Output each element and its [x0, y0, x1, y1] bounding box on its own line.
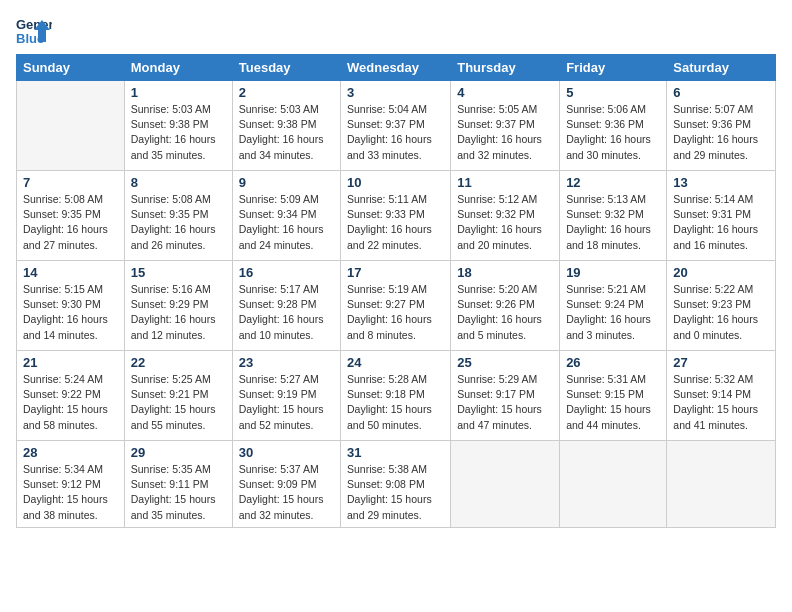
cell-date: 10 — [347, 175, 444, 190]
calendar-week-3: 14 Sunrise: 5:15 AM Sunset: 9:30 PM Dayl… — [17, 261, 776, 351]
cell-date: 13 — [673, 175, 769, 190]
cell-date: 2 — [239, 85, 334, 100]
table-row: 7 Sunrise: 5:08 AM Sunset: 9:35 PM Dayli… — [17, 171, 125, 261]
table-row: 30 Sunrise: 5:37 AM Sunset: 9:09 PM Dayl… — [232, 441, 340, 528]
table-row: 29 Sunrise: 5:35 AM Sunset: 9:11 PM Dayl… — [124, 441, 232, 528]
table-row: 24 Sunrise: 5:28 AM Sunset: 9:18 PM Dayl… — [341, 351, 451, 441]
table-row: 1 Sunrise: 5:03 AM Sunset: 9:38 PM Dayli… — [124, 81, 232, 171]
cell-info: Sunrise: 5:25 AM Sunset: 9:21 PM Dayligh… — [131, 372, 226, 433]
cell-date: 14 — [23, 265, 118, 280]
calendar-week-1: 1 Sunrise: 5:03 AM Sunset: 9:38 PM Dayli… — [17, 81, 776, 171]
cell-info: Sunrise: 5:24 AM Sunset: 9:22 PM Dayligh… — [23, 372, 118, 433]
table-row: 11 Sunrise: 5:12 AM Sunset: 9:32 PM Dayl… — [451, 171, 560, 261]
cell-info: Sunrise: 5:34 AM Sunset: 9:12 PM Dayligh… — [23, 462, 118, 523]
table-row: 23 Sunrise: 5:27 AM Sunset: 9:19 PM Dayl… — [232, 351, 340, 441]
cell-date: 9 — [239, 175, 334, 190]
cell-info: Sunrise: 5:37 AM Sunset: 9:09 PM Dayligh… — [239, 462, 334, 523]
calendar-week-2: 7 Sunrise: 5:08 AM Sunset: 9:35 PM Dayli… — [17, 171, 776, 261]
table-row: 27 Sunrise: 5:32 AM Sunset: 9:14 PM Dayl… — [667, 351, 776, 441]
logo-icon: General Blue — [16, 16, 52, 46]
table-row: 26 Sunrise: 5:31 AM Sunset: 9:15 PM Dayl… — [560, 351, 667, 441]
cell-info: Sunrise: 5:32 AM Sunset: 9:14 PM Dayligh… — [673, 372, 769, 433]
table-row: 15 Sunrise: 5:16 AM Sunset: 9:29 PM Dayl… — [124, 261, 232, 351]
calendar-table: SundayMondayTuesdayWednesdayThursdayFrid… — [16, 54, 776, 528]
cell-info: Sunrise: 5:11 AM Sunset: 9:33 PM Dayligh… — [347, 192, 444, 253]
cell-info: Sunrise: 5:15 AM Sunset: 9:30 PM Dayligh… — [23, 282, 118, 343]
calendar-body: 1 Sunrise: 5:03 AM Sunset: 9:38 PM Dayli… — [17, 81, 776, 528]
cell-date: 20 — [673, 265, 769, 280]
calendar-week-5: 28 Sunrise: 5:34 AM Sunset: 9:12 PM Dayl… — [17, 441, 776, 528]
logo: General Blue — [16, 16, 56, 46]
table-row: 19 Sunrise: 5:21 AM Sunset: 9:24 PM Dayl… — [560, 261, 667, 351]
cell-info: Sunrise: 5:05 AM Sunset: 9:37 PM Dayligh… — [457, 102, 553, 163]
day-header-thursday: Thursday — [451, 55, 560, 81]
cell-date: 26 — [566, 355, 660, 370]
cell-info: Sunrise: 5:35 AM Sunset: 9:11 PM Dayligh… — [131, 462, 226, 523]
cell-info: Sunrise: 5:12 AM Sunset: 9:32 PM Dayligh… — [457, 192, 553, 253]
cell-date: 28 — [23, 445, 118, 460]
table-row: 20 Sunrise: 5:22 AM Sunset: 9:23 PM Dayl… — [667, 261, 776, 351]
cell-info: Sunrise: 5:38 AM Sunset: 9:08 PM Dayligh… — [347, 462, 444, 523]
cell-date: 3 — [347, 85, 444, 100]
cell-date: 19 — [566, 265, 660, 280]
table-row: 28 Sunrise: 5:34 AM Sunset: 9:12 PM Dayl… — [17, 441, 125, 528]
day-header-friday: Friday — [560, 55, 667, 81]
cell-info: Sunrise: 5:03 AM Sunset: 9:38 PM Dayligh… — [239, 102, 334, 163]
cell-date: 15 — [131, 265, 226, 280]
cell-date: 22 — [131, 355, 226, 370]
cell-date: 8 — [131, 175, 226, 190]
cell-info: Sunrise: 5:16 AM Sunset: 9:29 PM Dayligh… — [131, 282, 226, 343]
cell-date: 12 — [566, 175, 660, 190]
cell-date: 7 — [23, 175, 118, 190]
table-row: 13 Sunrise: 5:14 AM Sunset: 9:31 PM Dayl… — [667, 171, 776, 261]
cell-info: Sunrise: 5:06 AM Sunset: 9:36 PM Dayligh… — [566, 102, 660, 163]
table-row: 16 Sunrise: 5:17 AM Sunset: 9:28 PM Dayl… — [232, 261, 340, 351]
day-header-row: SundayMondayTuesdayWednesdayThursdayFrid… — [17, 55, 776, 81]
cell-info: Sunrise: 5:14 AM Sunset: 9:31 PM Dayligh… — [673, 192, 769, 253]
cell-date: 29 — [131, 445, 226, 460]
day-header-saturday: Saturday — [667, 55, 776, 81]
table-row — [560, 441, 667, 528]
table-row: 2 Sunrise: 5:03 AM Sunset: 9:38 PM Dayli… — [232, 81, 340, 171]
table-row — [451, 441, 560, 528]
cell-info: Sunrise: 5:19 AM Sunset: 9:27 PM Dayligh… — [347, 282, 444, 343]
page-header: General Blue — [16, 16, 776, 46]
cell-date: 25 — [457, 355, 553, 370]
cell-info: Sunrise: 5:20 AM Sunset: 9:26 PM Dayligh… — [457, 282, 553, 343]
day-header-wednesday: Wednesday — [341, 55, 451, 81]
cell-date: 4 — [457, 85, 553, 100]
cell-info: Sunrise: 5:08 AM Sunset: 9:35 PM Dayligh… — [23, 192, 118, 253]
table-row — [667, 441, 776, 528]
cell-info: Sunrise: 5:27 AM Sunset: 9:19 PM Dayligh… — [239, 372, 334, 433]
table-row: 10 Sunrise: 5:11 AM Sunset: 9:33 PM Dayl… — [341, 171, 451, 261]
table-row: 6 Sunrise: 5:07 AM Sunset: 9:36 PM Dayli… — [667, 81, 776, 171]
calendar-week-4: 21 Sunrise: 5:24 AM Sunset: 9:22 PM Dayl… — [17, 351, 776, 441]
table-row: 5 Sunrise: 5:06 AM Sunset: 9:36 PM Dayli… — [560, 81, 667, 171]
cell-date: 1 — [131, 85, 226, 100]
table-row: 3 Sunrise: 5:04 AM Sunset: 9:37 PM Dayli… — [341, 81, 451, 171]
table-row: 21 Sunrise: 5:24 AM Sunset: 9:22 PM Dayl… — [17, 351, 125, 441]
cell-date: 23 — [239, 355, 334, 370]
cell-date: 11 — [457, 175, 553, 190]
table-row: 25 Sunrise: 5:29 AM Sunset: 9:17 PM Dayl… — [451, 351, 560, 441]
table-row — [17, 81, 125, 171]
table-row: 18 Sunrise: 5:20 AM Sunset: 9:26 PM Dayl… — [451, 261, 560, 351]
cell-date: 18 — [457, 265, 553, 280]
table-row: 14 Sunrise: 5:15 AM Sunset: 9:30 PM Dayl… — [17, 261, 125, 351]
cell-info: Sunrise: 5:17 AM Sunset: 9:28 PM Dayligh… — [239, 282, 334, 343]
table-row: 31 Sunrise: 5:38 AM Sunset: 9:08 PM Dayl… — [341, 441, 451, 528]
table-row: 22 Sunrise: 5:25 AM Sunset: 9:21 PM Dayl… — [124, 351, 232, 441]
cell-info: Sunrise: 5:04 AM Sunset: 9:37 PM Dayligh… — [347, 102, 444, 163]
cell-info: Sunrise: 5:09 AM Sunset: 9:34 PM Dayligh… — [239, 192, 334, 253]
cell-info: Sunrise: 5:07 AM Sunset: 9:36 PM Dayligh… — [673, 102, 769, 163]
cell-date: 30 — [239, 445, 334, 460]
cell-info: Sunrise: 5:28 AM Sunset: 9:18 PM Dayligh… — [347, 372, 444, 433]
cell-date: 21 — [23, 355, 118, 370]
table-row: 12 Sunrise: 5:13 AM Sunset: 9:32 PM Dayl… — [560, 171, 667, 261]
day-header-tuesday: Tuesday — [232, 55, 340, 81]
day-header-monday: Monday — [124, 55, 232, 81]
cell-date: 31 — [347, 445, 444, 460]
cell-info: Sunrise: 5:13 AM Sunset: 9:32 PM Dayligh… — [566, 192, 660, 253]
cell-info: Sunrise: 5:03 AM Sunset: 9:38 PM Dayligh… — [131, 102, 226, 163]
table-row: 9 Sunrise: 5:09 AM Sunset: 9:34 PM Dayli… — [232, 171, 340, 261]
